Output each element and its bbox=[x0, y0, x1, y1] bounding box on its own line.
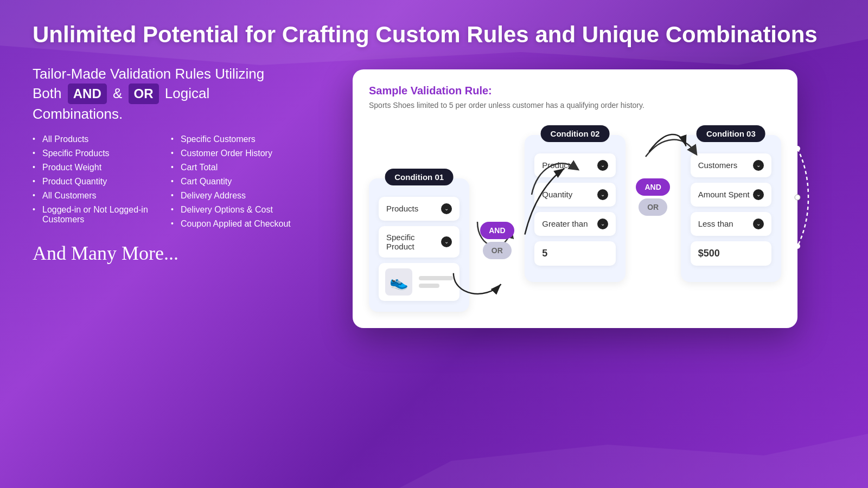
chevron-icon: ⌄ bbox=[441, 203, 452, 214]
chevron-icon: ⌄ bbox=[597, 189, 608, 200]
condition-02-field2[interactable]: Quantity ⌄ bbox=[534, 183, 615, 207]
svg-point-3 bbox=[795, 243, 800, 249]
placeholder-line-short bbox=[419, 284, 439, 288]
right-panel: Sample Validation Rule: Sports Shoes lim… bbox=[315, 64, 835, 466]
dashed-circle-decoration bbox=[784, 143, 811, 254]
connector-2: AND OR bbox=[634, 178, 672, 216]
feature-list: All Products Specific Products Product W… bbox=[33, 134, 293, 231]
list-item: Customer Order History bbox=[171, 149, 293, 158]
condition-02-block: Condition 02 Products ⌄ Quantity ⌄ bbox=[525, 135, 625, 282]
condition-03-block: Condition 03 Customers ⌄ Amount Spent ⌄ bbox=[681, 135, 781, 282]
and-badge: AND bbox=[68, 84, 107, 104]
chevron-icon: ⌄ bbox=[597, 160, 608, 171]
condition-01-field1[interactable]: Products ⌄ bbox=[379, 197, 459, 221]
or-button-2[interactable]: OR bbox=[639, 198, 667, 216]
left-panel: Tailor-Made Validation Rules Utilizing B… bbox=[33, 64, 293, 466]
condition-03-label: Condition 03 bbox=[697, 125, 765, 142]
condition-03-card: Condition 03 Customers ⌄ Amount Spent ⌄ bbox=[681, 135, 781, 282]
subtitle-line1: Tailor-Made Validation Rules Utilizing bbox=[33, 66, 264, 82]
condition-01-label: Condition 01 bbox=[385, 169, 454, 185]
or-badge: OR bbox=[129, 84, 159, 104]
condition-02-field3[interactable]: Greater than ⌄ bbox=[534, 212, 615, 236]
list-item: Specific Customers bbox=[171, 134, 293, 144]
list-item: Specific Products bbox=[33, 149, 155, 158]
svg-point-1 bbox=[795, 146, 800, 151]
list-item: Cart Quantity bbox=[171, 177, 293, 187]
chevron-icon: ⌄ bbox=[441, 236, 452, 247]
svg-point-2 bbox=[795, 195, 800, 200]
list-item: Coupon Applied at Checkout bbox=[171, 219, 293, 229]
condition-03-field2[interactable]: Amount Spent ⌄ bbox=[691, 183, 771, 207]
chevron-icon: ⌄ bbox=[753, 189, 764, 200]
placeholder-line bbox=[419, 276, 453, 280]
condition-02-field1[interactable]: Products ⌄ bbox=[534, 153, 615, 177]
subtitle-line2-pre: Both bbox=[33, 85, 62, 101]
condition-02-card: Condition 02 Products ⌄ Quantity ⌄ bbox=[525, 135, 625, 282]
or-button-1[interactable]: OR bbox=[483, 242, 512, 259]
chevron-icon: ⌄ bbox=[753, 160, 764, 171]
placeholder-lines bbox=[419, 276, 453, 288]
list-item: Product Quantity bbox=[33, 177, 155, 187]
condition-03-field1[interactable]: Customers ⌄ bbox=[691, 153, 771, 177]
condition-03-value[interactable]: $500 bbox=[691, 241, 771, 266]
condition-01-block: Condition 01 Products ⌄ Specific Product… bbox=[369, 162, 469, 312]
validation-card: Sample Validation Rule: Sports Shoes lim… bbox=[353, 69, 797, 328]
list-item: Logged-in or Not Logged-in Customers bbox=[33, 205, 155, 224]
list-item: All Products bbox=[33, 134, 155, 144]
subtitle: Tailor-Made Validation Rules Utilizing B… bbox=[33, 64, 293, 124]
and-many-more: And Many More... bbox=[33, 242, 293, 265]
condition-02-label: Condition 02 bbox=[541, 125, 610, 142]
list-item: Product Weight bbox=[33, 163, 155, 172]
condition-02-value[interactable]: 5 bbox=[534, 241, 615, 266]
chevron-icon: ⌄ bbox=[597, 219, 608, 229]
and-button-1[interactable]: AND bbox=[480, 222, 514, 239]
list-item: Delivery Options & Cost bbox=[171, 205, 293, 215]
card-title: Sample Validation Rule: bbox=[369, 85, 781, 97]
shoe-icon: 👟 bbox=[385, 268, 412, 296]
list-item: Cart Total bbox=[171, 163, 293, 172]
and-button-2[interactable]: AND bbox=[636, 178, 669, 196]
page-title: Unlimited Potential for Crafting Custom … bbox=[33, 22, 835, 48]
chevron-icon: ⌄ bbox=[753, 219, 764, 229]
list-item: Delivery Address bbox=[171, 191, 293, 201]
connector-1: AND OR bbox=[478, 222, 516, 259]
condition-01-field2[interactable]: Specific Product ⌄ bbox=[379, 226, 459, 258]
product-row: 👟 bbox=[379, 263, 459, 301]
subtitle-mid: & bbox=[113, 85, 122, 101]
card-subtitle: Sports Shoes limited to 5 per order unle… bbox=[369, 100, 781, 111]
condition-03-field3[interactable]: Less than ⌄ bbox=[691, 212, 771, 236]
list-item: All Customers bbox=[33, 191, 155, 201]
condition-01-card: Condition 01 Products ⌄ Specific Product… bbox=[369, 178, 469, 312]
